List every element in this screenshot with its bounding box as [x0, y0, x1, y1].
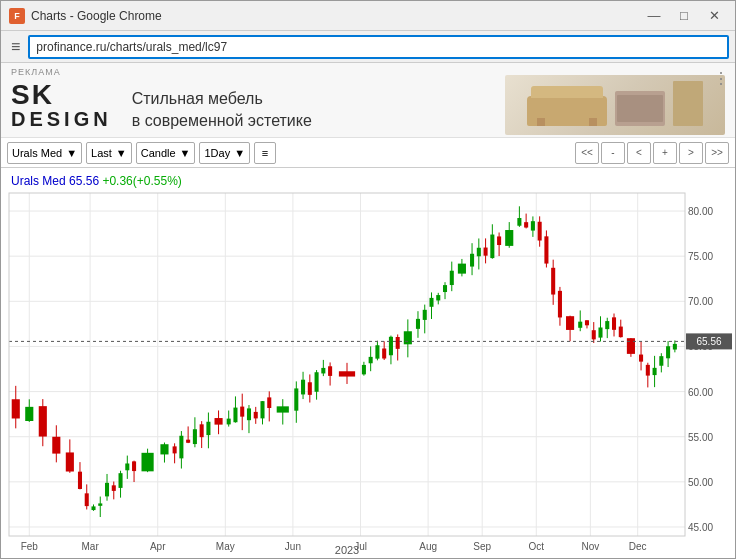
nav-last-button[interactable]: >>: [705, 142, 729, 164]
nav-prev-big-button[interactable]: <: [627, 142, 651, 164]
chart-area[interactable]: Urals Med 65.56 +0.36(+0.55%): [1, 168, 735, 558]
ad-logo-design: DESIGN: [11, 109, 112, 129]
maximize-button[interactable]: □: [671, 6, 697, 26]
address-bar: ≡: [1, 31, 735, 63]
ad-tagline-line1: Стильная мебель: [132, 88, 312, 110]
address-input[interactable]: [36, 40, 721, 54]
chart-type-select[interactable]: Candle ▼: [136, 142, 196, 164]
symbol-select[interactable]: Urals Med ▼: [7, 142, 82, 164]
chart-toolbar: Urals Med ▼ Last ▼ Candle ▼ 1Day ▼ ≡ << …: [1, 138, 735, 168]
chart-type-label: Candle: [141, 147, 176, 159]
minimize-button[interactable]: —: [641, 6, 667, 26]
ad-logo: SK DESIGN: [11, 81, 112, 129]
main-window: F Charts - Google Chrome — □ ✕ ≡ РЕКЛАМА…: [0, 0, 736, 559]
chart-price: 65.56: [69, 174, 99, 188]
settings-button[interactable]: ≡: [254, 142, 276, 164]
nav-prev-button[interactable]: -: [601, 142, 625, 164]
ad-image[interactable]: [505, 75, 725, 135]
ad-logo-sk: SK: [11, 81, 112, 109]
chart-canvas: [1, 168, 735, 558]
close-button[interactable]: ✕: [701, 6, 727, 26]
period-label: 1Day: [204, 147, 230, 159]
ad-corner-menu-icon[interactable]: ⋮: [713, 69, 729, 88]
chart-nav-controls: << - < + > >>: [575, 142, 729, 164]
nav-first-button[interactable]: <<: [575, 142, 599, 164]
nav-next-big-button[interactable]: >: [679, 142, 703, 164]
ad-label: РЕКЛАМА: [11, 67, 61, 77]
browser-icon: F: [9, 8, 25, 24]
chart-title: Urals Med 65.56 +0.36(+0.55%): [11, 174, 182, 188]
price-type-label: Last: [91, 147, 112, 159]
price-type-dropdown-icon: ▼: [116, 147, 127, 159]
window-controls: — □ ✕: [641, 6, 727, 26]
address-input-wrap: [28, 35, 729, 59]
period-select[interactable]: 1Day ▼: [199, 142, 250, 164]
symbol-dropdown-icon: ▼: [66, 147, 77, 159]
nav-next-button[interactable]: +: [653, 142, 677, 164]
chart-symbol: Urals Med: [11, 174, 66, 188]
chart-type-dropdown-icon: ▼: [180, 147, 191, 159]
title-bar: F Charts - Google Chrome — □ ✕: [1, 1, 735, 31]
ad-banner: РЕКЛАМА SK DESIGN Стильная мебель в совр…: [1, 63, 735, 138]
window-title: Charts - Google Chrome: [31, 9, 641, 23]
ad-tagline-line2: в современной эстетике: [132, 110, 312, 132]
chart-change: +0.36(+0.55%): [102, 174, 181, 188]
price-type-select[interactable]: Last ▼: [86, 142, 132, 164]
symbol-label: Urals Med: [12, 147, 62, 159]
period-dropdown-icon: ▼: [234, 147, 245, 159]
browser-menu-icon[interactable]: ≡: [7, 38, 24, 56]
